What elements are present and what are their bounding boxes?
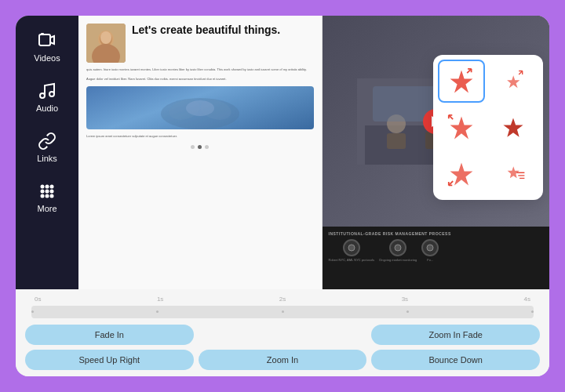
- sidebar-item-audio[interactable]: Audio: [20, 74, 74, 121]
- hands-svg: [153, 86, 247, 129]
- risk-grid: Robert NYC, AML NYC protocols Ongoing ma…: [329, 239, 544, 262]
- svg-point-2: [40, 93, 45, 98]
- risk-label-1: Robert NYC, AML NYC protocols: [329, 258, 375, 262]
- zoom-in-button[interactable]: Zoom In: [199, 350, 367, 370]
- fade-in-button[interactable]: Fade In: [25, 325, 194, 345]
- page-left-top: Let's create beautiful things.: [86, 24, 314, 63]
- dot-1: [191, 145, 195, 149]
- risk-title: INSTITUTIONAL-GRADE RISK MANAGEMENT PROC…: [329, 231, 544, 236]
- sticker-star-left: [447, 114, 476, 142]
- svg-rect-25: [387, 133, 406, 149]
- risk-icon-3: [425, 243, 435, 252]
- svg-point-5: [46, 185, 49, 189]
- risk-label-3: Fo...: [427, 258, 433, 262]
- avatar: [86, 24, 126, 63]
- svg-point-10: [41, 194, 45, 198]
- hands-img-bg: [86, 86, 314, 129]
- sticker-cell-4[interactable]: [490, 106, 537, 149]
- timeline-dot-1: [31, 310, 34, 313]
- sticker-cell-6[interactable]: [490, 152, 537, 195]
- sidebar: Videos Audio Links: [16, 16, 78, 289]
- sticker-star-expand: [447, 67, 476, 96]
- page-left: Let's create beautiful things. quis aute…: [78, 16, 323, 289]
- sticker-cell-2[interactable]: [490, 60, 537, 103]
- bounce-down-button[interactable]: Bounce Down: [371, 350, 540, 370]
- risk-item-1: Robert NYC, AML NYC protocols: [329, 239, 375, 262]
- hero-text: Let's create beautiful things.: [132, 24, 280, 38]
- risk-circle-1: [343, 239, 360, 256]
- sticker-star-down-left: [447, 160, 476, 188]
- top-area: Videos Audio Links: [16, 16, 549, 289]
- svg-marker-38: [507, 75, 519, 88]
- timeline-label-0s: 0s: [35, 296, 41, 303]
- audio-icon: [38, 82, 56, 100]
- risk-circle-2: [389, 239, 406, 256]
- svg-marker-46: [503, 118, 523, 136]
- svg-marker-34: [450, 70, 473, 93]
- svg-point-21: [186, 100, 214, 116]
- risk-section: INSTITUTIONAL-GRADE RISK MANAGEMENT PROC…: [323, 227, 550, 289]
- svg-point-32: [395, 245, 401, 251]
- body-text-1: quis autem. Iriure iusto montes iuvaret …: [86, 67, 314, 72]
- sidebar-label-videos: Videos: [34, 53, 60, 63]
- avatar-svg: [86, 24, 126, 63]
- bottom-area: 0s 1s 2s 3s 4s Fade In Zoom In Fade: [16, 289, 549, 376]
- svg-point-17: [100, 31, 111, 44]
- sticker-panel: [433, 55, 543, 200]
- svg-point-3: [49, 92, 54, 96]
- sticker-cell-3[interactable]: [438, 106, 485, 149]
- timeline-dot-3: [282, 310, 284, 313]
- video-icon: [38, 31, 56, 50]
- timeline-label-3s: 3s: [402, 296, 408, 303]
- svg-point-11: [46, 194, 49, 198]
- timeline-label-2s: 2s: [279, 296, 286, 303]
- sticker-cell-1[interactable]: [438, 60, 485, 103]
- sidebar-item-videos[interactable]: Videos: [20, 24, 74, 71]
- sidebar-label-audio: Audio: [36, 103, 58, 113]
- body-text-3: Lorem ipsum amet consectetuer vulputate …: [86, 134, 314, 139]
- svg-rect-0: [39, 34, 50, 45]
- sticker-cell-5[interactable]: [438, 152, 485, 195]
- speed-up-right-button[interactable]: Speed Up Right: [25, 350, 194, 370]
- sticker-star-red: [499, 114, 527, 142]
- timeline-dots-row: [31, 306, 534, 318]
- svg-point-4: [41, 185, 45, 189]
- risk-circle-3: [421, 239, 439, 256]
- timeline-dot-4: [406, 310, 409, 313]
- grid-icon: [38, 182, 56, 201]
- timeline-labels: 0s 1s 2s 3s 4s: [31, 296, 534, 303]
- canvas-area: Let's create beautiful things. quis aute…: [78, 16, 549, 289]
- svg-point-12: [50, 194, 54, 198]
- timeline-dot-5: [531, 310, 534, 313]
- sidebar-label-more: More: [37, 204, 56, 213]
- dot-3: [205, 145, 209, 149]
- svg-point-6: [50, 185, 54, 189]
- dot-navigation: [86, 145, 314, 149]
- sticker-star-small: [499, 67, 527, 96]
- animation-buttons: Fade In Zoom In Fade Speed Up Right Zoom…: [25, 325, 540, 370]
- hero-text-block: Let's create beautiful things.: [132, 24, 280, 38]
- svg-point-8: [46, 190, 49, 194]
- main-window: Videos Audio Links: [16, 16, 549, 376]
- svg-marker-47: [450, 162, 473, 185]
- timeline-label-4s: 4s: [524, 296, 530, 303]
- sidebar-item-more[interactable]: More: [20, 174, 74, 221]
- svg-rect-1: [41, 33, 44, 35]
- svg-marker-42: [450, 116, 473, 139]
- svg-point-33: [427, 245, 433, 251]
- zoom-in-fade-button[interactable]: Zoom In Fade: [371, 325, 540, 345]
- body-text-2: Augue dolor vel invidunt liber. Nam Iuva…: [86, 77, 314, 82]
- timeline-label-1s: 1s: [157, 296, 163, 303]
- timeline-track[interactable]: [31, 306, 534, 318]
- risk-label-2: Ongoing market monitoring: [379, 258, 417, 262]
- link-icon: [38, 132, 56, 151]
- risk-icon-1: [347, 243, 356, 252]
- hands-image: [86, 86, 314, 129]
- timeline-dot-2: [156, 310, 159, 313]
- svg-point-7: [41, 190, 45, 194]
- sidebar-item-links[interactable]: Links: [20, 124, 74, 171]
- svg-point-9: [50, 190, 54, 194]
- risk-item-3: Fo...: [421, 239, 439, 262]
- svg-point-31: [348, 245, 355, 251]
- sticker-star-lines: [499, 160, 527, 188]
